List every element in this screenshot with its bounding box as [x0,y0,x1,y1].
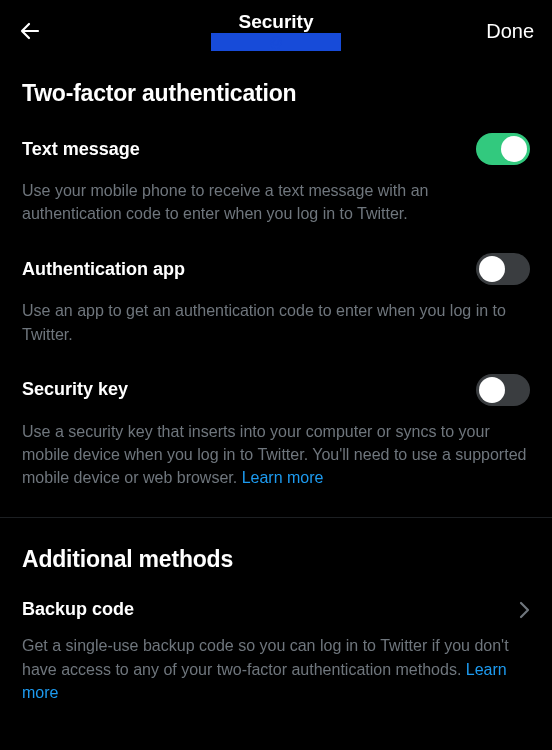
account-handle: @ [211,33,341,51]
security-key-desc: Use a security key that inserts into you… [22,420,530,490]
security-key-title: Security key [22,379,128,400]
text-message-title: Text message [22,139,140,160]
auth-app-toggle[interactable] [476,253,530,285]
header-center: Security @ [211,11,341,51]
done-button[interactable]: Done [486,20,534,43]
additional-methods-section: Additional methods Backup code Get a sin… [0,518,552,704]
section-title-2fa: Two-factor authentication [22,80,530,107]
text-message-row: Text message Use your mobile phone to re… [22,133,530,225]
security-key-row: Security key Use a security key that ins… [22,374,530,490]
security-key-toggle[interactable] [476,374,530,406]
auth-app-desc: Use an app to get an authentication code… [22,299,530,345]
two-factor-section: Two-factor authentication Text message U… [0,62,552,489]
auth-app-title: Authentication app [22,259,185,280]
section-title-additional: Additional methods [22,546,530,573]
text-message-desc: Use your mobile phone to receive a text … [22,179,530,225]
text-message-toggle[interactable] [476,133,530,165]
back-arrow-icon[interactable] [18,19,42,43]
backup-code-row[interactable]: Backup code Get a single-use backup code… [22,599,530,704]
chevron-right-icon [518,600,530,620]
backup-code-title: Backup code [22,599,134,620]
auth-app-row: Authentication app Use an app to get an … [22,253,530,345]
page-title: Security [211,11,341,33]
security-key-learn-more-link[interactable]: Learn more [242,469,324,486]
backup-code-desc-text: Get a single-use backup code so you can … [22,637,509,677]
backup-code-desc: Get a single-use backup code so you can … [22,634,530,704]
header: Security @ Done [0,0,552,62]
